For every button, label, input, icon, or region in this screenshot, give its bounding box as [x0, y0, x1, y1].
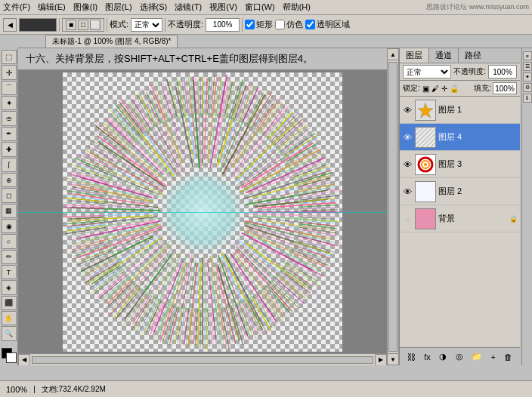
tab-label: 未标题-1 @ 100% (图层 4, RGB/8)* [52, 36, 171, 47]
toolbar-sep4 [242, 18, 243, 32]
checkbox-transparent[interactable]: 透明区域 [305, 19, 350, 30]
layer-panel-bottom: ⛓ fx ◑ ◎ 📁 + 🗑 [400, 347, 520, 365]
menu-select[interactable]: 选择(S) [140, 2, 168, 13]
layer-delete-btn[interactable]: 🗑 [504, 352, 512, 362]
opacity-input[interactable] [206, 18, 240, 32]
document-tab[interactable]: 未标题-1 @ 100% (图层 4, RGB/8)* [45, 35, 178, 48]
menu-layer[interactable]: 图层(L) [105, 2, 131, 13]
tool-3d[interactable]: ⬛ [2, 296, 17, 310]
layer-eye-layer1[interactable]: 👁 [402, 105, 413, 115]
layer-item-layer1[interactable]: 👁 图层 1 [400, 97, 520, 124]
tool-heal[interactable]: ✚ [2, 142, 17, 156]
layer-mask-btn[interactable]: ◑ [439, 352, 447, 362]
tool-magic-wand[interactable]: ✦ [2, 96, 17, 110]
layer-item-layer2[interactable]: 👁 图层 2 [400, 178, 520, 205]
checkbox-dither[interactable]: 仿色 [275, 19, 303, 30]
toolbar-brush-group [19, 18, 57, 32]
layer-eye-background[interactable]: ○ [402, 214, 413, 224]
far-right-panel: ≡ ☰ ✦ ⚙ ℹ [521, 48, 532, 365]
lock-move-icon[interactable]: ✛ [441, 85, 447, 93]
toolbar-arrow-btn[interactable]: ◀ [3, 18, 17, 32]
svg-marker-0 [418, 103, 433, 118]
panel-btn1[interactable]: ≡ [523, 51, 532, 60]
toolbar-color-btn2[interactable]: □ [78, 20, 88, 30]
tab-paths[interactable]: 路径 [459, 48, 487, 63]
tool-text[interactable]: T [2, 265, 17, 279]
blend-mode-select[interactable]: 正常 [131, 18, 162, 32]
background-color[interactable] [6, 352, 17, 363]
layer-blend-row: 正常 不透明度: [400, 63, 520, 81]
status-sep: | [33, 385, 36, 393]
layer-link-btn[interactable]: ⛓ [407, 352, 416, 362]
tool-pen[interactable]: ✏ [2, 250, 17, 264]
toolbar-color-btn1[interactable]: ■ [66, 20, 76, 30]
panel-btn5[interactable]: ℹ [523, 94, 532, 103]
fill-input[interactable] [493, 82, 517, 94]
tool-gradient[interactable]: ▦ [2, 204, 17, 218]
layer-name-layer4: 图层 4 [438, 131, 518, 143]
tab-channels[interactable]: 通道 [429, 48, 459, 63]
menu-window[interactable]: 窗口(W) [245, 2, 275, 13]
menu-image[interactable]: 图像(I) [73, 2, 97, 13]
menu-file[interactable]: 文件(F) [3, 2, 30, 13]
radial-canvas [63, 72, 342, 352]
layer-folder-btn[interactable]: 📁 [472, 352, 482, 362]
tool-zoom[interactable]: 🔍 [2, 326, 17, 340]
layer-thumb-layer3 [415, 154, 436, 175]
lock-transparent-icon[interactable]: ▣ [422, 85, 429, 93]
lock-all-icon[interactable]: 🔒 [450, 85, 459, 93]
layer-thumb-background [415, 208, 436, 229]
layer-name-layer1: 图层 1 [438, 104, 518, 115]
layer-blend-select[interactable]: 正常 [403, 65, 451, 78]
menu-edit[interactable]: 编辑(E) [38, 2, 66, 13]
layer-name-background: 背景 [438, 213, 507, 224]
tool-eraser[interactable]: ◻ [2, 188, 17, 202]
menu-help[interactable]: 帮助(H) [283, 2, 311, 13]
toolbar-brush-preview[interactable] [19, 18, 57, 32]
scroll-left-btn[interactable]: ◀ [18, 354, 30, 366]
lock-brush-icon[interactable]: 🖌 [431, 85, 439, 93]
layer-item-layer4[interactable]: 👁 图层 4 [400, 124, 520, 151]
tool-brush[interactable]: ∫ [2, 158, 17, 172]
tool-blur[interactable]: ◉ [2, 219, 17, 233]
layer-item-background[interactable]: ○ 背景 🔒 [400, 205, 520, 232]
tab-layers[interactable]: 图层 [400, 48, 429, 63]
menu-view[interactable]: 视图(V) [209, 2, 237, 13]
toolbar-color-btn3[interactable]: ⬜ [90, 20, 101, 30]
layer-opacity-input[interactable] [488, 65, 517, 78]
tool-eyedropper[interactable]: ✒ [2, 127, 17, 141]
scroll-right-btn[interactable]: ▶ [375, 354, 387, 366]
canvas-frame [63, 72, 342, 352]
tool-crop[interactable]: ⌯ [2, 111, 17, 125]
layer-new-btn[interactable]: + [490, 352, 495, 362]
layer-thumb-layer2 [415, 181, 436, 202]
tool-lasso[interactable]: ⌒ [2, 81, 17, 95]
layer-adj-btn[interactable]: ◎ [456, 352, 463, 362]
tool-shape[interactable]: ◈ [2, 280, 17, 294]
layer-fx-btn[interactable]: fx [424, 352, 431, 362]
tool-dodge[interactable]: ○ [2, 234, 17, 248]
scroll-down-btn[interactable]: ▼ [387, 353, 399, 365]
canvas-viewport[interactable] [18, 70, 387, 353]
layer-eye-layer4[interactable]: 👁 [402, 132, 413, 143]
canvas-area: 十六、关掉背景层，按SHIFT+ALT+CTRL+E盖印图层得到图层4。 [18, 48, 387, 365]
panel-btn4[interactable]: ⚙ [523, 83, 532, 92]
layer-eye-layer3[interactable]: 👁 [402, 159, 413, 170]
toolbar-color-btns: ■ □ ⬜ [62, 18, 104, 32]
h-scroll-track[interactable] [32, 356, 373, 364]
scroll-up-btn[interactable]: ▲ [387, 48, 399, 60]
menu-filter[interactable]: 滤镜(T) [175, 2, 202, 13]
toolbar-sep1 [59, 18, 60, 32]
tool-clone[interactable]: ⊕ [2, 173, 17, 187]
layer-item-layer3[interactable]: 👁 图层 3 [400, 151, 520, 178]
h-scrollbar[interactable]: ◀ ▶ [18, 353, 387, 365]
panel-btn2[interactable]: ☰ [523, 62, 532, 71]
tool-move[interactable]: ✛ [2, 65, 17, 79]
checkbox-rect[interactable]: 矩形 [245, 19, 273, 30]
lock-row: 锁定: ▣ 🖌 ✛ 🔒 填充: [400, 81, 520, 97]
tool-selection[interactable]: ⬚ [2, 50, 17, 64]
panel-btn3[interactable]: ✦ [523, 72, 532, 82]
tool-hand[interactable]: ✋ [2, 311, 17, 325]
layer-eye-layer2[interactable]: 👁 [402, 186, 413, 197]
v-scroll-track[interactable] [388, 62, 397, 352]
